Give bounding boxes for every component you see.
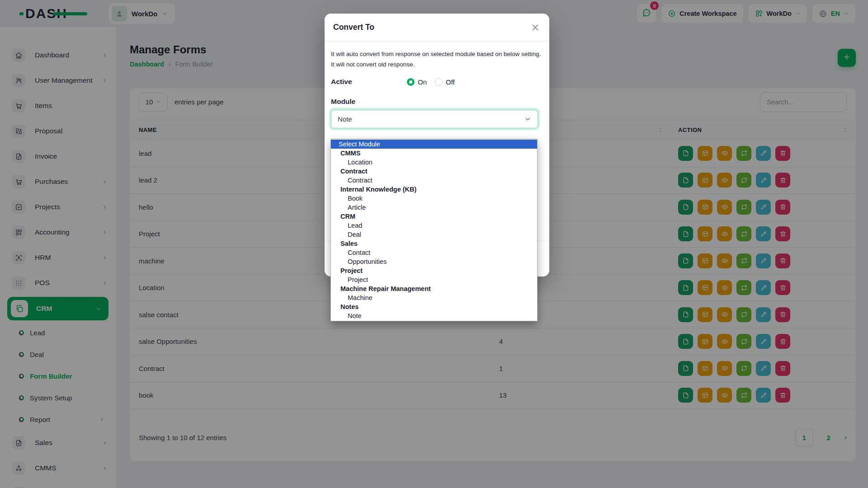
module-select[interactable]: Note (331, 110, 538, 128)
module-select-dropdown: Select ModuleCMMSLocationContractContrac… (330, 139, 538, 321)
option-opportunities[interactable]: Opportunities (331, 257, 537, 266)
option-article[interactable]: Article (331, 203, 537, 212)
option-group-sales: Sales (331, 239, 537, 248)
radio-off[interactable]: Off (435, 78, 455, 86)
modal-body: It will auto convert from response on se… (325, 42, 549, 128)
option-select-module[interactable]: Select Module (331, 140, 537, 149)
option-project[interactable]: Project (331, 275, 537, 284)
option-contract[interactable]: Contract (331, 176, 537, 185)
option-note[interactable]: Note (331, 311, 537, 320)
module-field-label: Module (331, 98, 543, 106)
active-radio-group: On Off (407, 78, 455, 86)
modal-description: It will auto convert from response on se… (331, 49, 542, 70)
active-field-label: Active (331, 78, 399, 86)
option-group-contract: Contract (331, 167, 537, 176)
radio-off-label: Off (446, 78, 455, 86)
option-group-cmms: CMMS (331, 149, 537, 158)
modal-header: Convert To (325, 14, 549, 42)
option-book[interactable]: Book (331, 194, 537, 203)
radio-on-control[interactable] (407, 78, 415, 86)
active-field-row: Active On Off (331, 78, 543, 86)
option-machine[interactable]: Machine (331, 293, 537, 302)
radio-on[interactable]: On (407, 78, 427, 86)
option-group-machine-repair-management: Machine Repair Management (331, 284, 537, 293)
option-lead[interactable]: Lead (331, 221, 537, 230)
modal-title: Convert To (333, 23, 374, 32)
option-deal[interactable]: Deal (331, 230, 537, 239)
close-icon[interactable] (530, 23, 540, 33)
app-root: DASH WorkDo 0 Create Workspace WorkDo (0, 0, 868, 488)
option-group-project: Project (331, 266, 537, 275)
option-group-internal-knowledge-kb: Internal Knowledge (KB) (331, 185, 537, 194)
radio-on-label: On (418, 78, 427, 86)
radio-off-control[interactable] (435, 78, 443, 86)
chevron-down-icon (524, 116, 531, 122)
module-select-value: Note (338, 115, 352, 123)
option-contact[interactable]: Contact (331, 248, 537, 257)
option-group-notes: Notes (331, 302, 537, 311)
option-location[interactable]: Location (331, 158, 537, 167)
option-group-crm: CRM (331, 212, 537, 221)
